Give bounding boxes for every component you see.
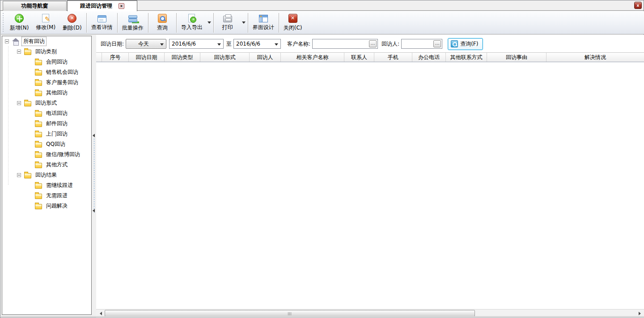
date-from-select[interactable]: 2016/6/6 — [169, 39, 224, 49]
collapse-icon[interactable] — [17, 101, 21, 105]
window-bottom-edge — [1, 316, 644, 317]
tab-strip: 功能导航窗 跟进回访管理 x x — [0, 0, 644, 11]
toolbar-separator — [176, 13, 177, 33]
tree-item-qq-visit[interactable]: QQ回访 — [2, 139, 91, 149]
tree-item-visit-method[interactable]: 回访形式 — [2, 98, 91, 108]
print-dropdown-arrow[interactable] — [241, 12, 247, 34]
folder-icon — [35, 70, 42, 76]
collapse-icon[interactable] — [17, 173, 21, 177]
search-button-label: 查询(F) — [460, 40, 478, 48]
tree-item-label: 无需跟进 — [45, 191, 69, 200]
toolbar-drag-grip[interactable] — [2, 13, 4, 33]
toolbar-separator — [86, 13, 87, 33]
grid-body-empty[interactable] — [96, 62, 644, 306]
date-preset-select[interactable]: 今天 — [126, 39, 166, 49]
collapse-left-icon[interactable] — [93, 134, 95, 137]
splitter-dots — [94, 139, 94, 213]
folder-icon — [24, 101, 31, 106]
column-header-visit-method[interactable]: 回访形式 — [200, 53, 250, 62]
folder-icon — [35, 183, 42, 189]
column-header-index[interactable]: 序号 — [102, 53, 129, 62]
tree-item-label: QQ回访 — [45, 140, 67, 148]
tree-item-customer-service-visit[interactable]: 客户服务回访 — [2, 77, 91, 88]
tab-follow-up-management[interactable]: 跟进回访管理 x — [67, 0, 137, 11]
close-button-label: 关闭(C) — [284, 24, 302, 32]
import-export-dropdown-arrow[interactable] — [206, 12, 212, 34]
add-button[interactable]: 新增(N) — [6, 12, 32, 34]
column-header-other-contact[interactable]: 其他联系方式 — [446, 53, 487, 62]
folder-icon — [35, 194, 42, 199]
column-header-visit-type[interactable]: 回访类型 — [165, 53, 200, 62]
column-header-resolution[interactable]: 解决情况 — [547, 53, 644, 62]
row-indicator-header — [96, 53, 102, 62]
date-to-value: 2016/6/6 — [236, 41, 260, 47]
print-label: 打印 — [222, 24, 233, 31]
search-button[interactable]: 查询(F) — [448, 38, 483, 50]
tree-item-visit-category[interactable]: 回访类别 — [2, 47, 91, 57]
tree-item-label: 回访类别 — [34, 47, 58, 56]
panel-splitter[interactable] — [92, 35, 96, 318]
tree-item-problem-solved[interactable]: 问题解决 — [2, 201, 91, 211]
column-header-visit-date[interactable]: 回访日期 — [129, 53, 165, 62]
collapse-icon[interactable] — [5, 39, 9, 43]
import-export-label: 导入导出 — [181, 24, 203, 31]
collapse-icon[interactable] — [17, 50, 21, 54]
tree-item-sales-opportunity-visit[interactable]: 销售机会回访 — [2, 67, 91, 77]
ui-design-label: 界面设计 — [253, 24, 274, 31]
window-close-button[interactable]: x — [634, 2, 642, 9]
close-button[interactable]: 关闭(C) — [280, 12, 306, 34]
tree-item-label: 电话回访 — [45, 109, 69, 118]
column-header-customer-name[interactable]: 相关客户名称 — [281, 53, 344, 62]
tree-item-label: 需继续跟进 — [45, 181, 74, 190]
tree-item-all-visits[interactable]: 所有回访 — [2, 36, 91, 47]
date-to-select[interactable]: 2016/6/6 — [233, 39, 281, 49]
import-export-button[interactable]: 导入导出 — [178, 12, 206, 34]
filter-bar: 回访日期: 今天 2016/6/6 至 2016/6/6 客户名称: … — [96, 37, 644, 51]
folder-icon — [35, 91, 42, 96]
tree-item-other-method[interactable]: 其他方式 — [2, 160, 91, 170]
scrollbar-thumb[interactable] — [105, 310, 475, 317]
column-header-contact[interactable]: 联系人 — [344, 53, 374, 62]
visits-grid: 序号 回访日期 回访类型 回访形式 回访人 相关客户名称 联系人 手机 办公电话… — [96, 52, 644, 306]
tree-item-other-visit[interactable]: 其他回访 — [2, 88, 91, 98]
tree-item-visit-result[interactable]: 回访结果 — [2, 170, 91, 180]
tab-close-icon[interactable]: x — [119, 3, 124, 9]
toolbar-separator — [213, 13, 214, 33]
print-button[interactable]: 打印 — [215, 12, 241, 34]
tab-follow-up-label: 跟进回访管理 — [80, 2, 112, 10]
chevron-down-icon — [160, 43, 164, 46]
browse-customer-button[interactable]: … — [369, 40, 377, 47]
column-header-visit-reason[interactable]: 回访事由 — [487, 53, 547, 62]
tree-item-no-follow-up[interactable]: 无需跟进 — [2, 191, 91, 201]
query-button[interactable]: 查询 — [149, 12, 175, 34]
tree-item-contract-visit[interactable]: 合同回访 — [2, 57, 91, 67]
add-button-label: 新增(N) — [10, 24, 29, 32]
tree-item-phone-visit[interactable]: 电话回访 — [2, 108, 91, 119]
view-details-button[interactable]: 查看详情 — [88, 12, 116, 34]
collapse-left-icon[interactable] — [93, 209, 95, 212]
tree-item-need-follow-up[interactable]: 需继续跟进 — [2, 180, 91, 191]
tab-function-nav-label: 功能导航窗 — [21, 2, 48, 10]
delete-button[interactable]: 删除(D) — [59, 12, 85, 34]
browse-visitor-button[interactable]: … — [433, 40, 441, 47]
edit-button[interactable]: 修改(M) — [32, 12, 59, 34]
tree-item-label: 微信/微博回访 — [45, 150, 81, 159]
customer-name-input[interactable] — [313, 39, 377, 48]
column-header-office-phone[interactable]: 办公电话 — [412, 53, 446, 62]
folder-icon — [35, 153, 42, 158]
batch-ops-button[interactable]: 批量操作 — [119, 12, 147, 34]
tree-item-wechat-weibo-visit[interactable]: 微信/微博回访 — [2, 149, 91, 160]
column-header-mobile[interactable]: 手机 — [374, 53, 412, 62]
tree-item-door-visit[interactable]: 上门回访 — [2, 129, 91, 139]
ui-design-button[interactable]: 界面设计 — [249, 12, 278, 34]
visitor-field-wrap: … — [401, 39, 442, 49]
folder-icon — [35, 81, 42, 86]
tab-function-nav[interactable]: 功能导航窗 — [3, 1, 67, 11]
horizontal-scrollbar[interactable] — [96, 309, 644, 317]
delete-icon — [68, 14, 76, 23]
content-panel: 回访日期: 今天 2016/6/6 至 2016/6/6 客户名称: … — [96, 35, 644, 318]
tree-item-email-visit[interactable]: 邮件回访 — [2, 119, 91, 129]
add-icon — [15, 14, 24, 23]
import-export-icon — [188, 14, 195, 22]
column-header-visitor[interactable]: 回访人 — [250, 53, 281, 62]
